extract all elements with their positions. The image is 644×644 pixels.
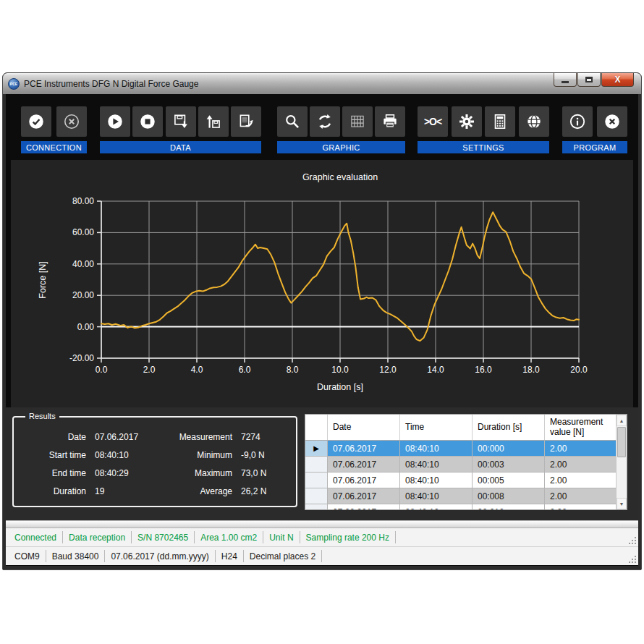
table-cell[interactable]: 08:40:10: [400, 473, 473, 488]
minimize-icon: [562, 81, 569, 83]
calculator-button[interactable]: [485, 106, 515, 137]
y-tick-label: -20.00: [69, 353, 94, 363]
result-label: Average: [153, 486, 232, 496]
result-row: Date07.06.2017: [17, 428, 153, 446]
group-label-connection: CONNECTION: [21, 141, 87, 153]
y-tick-label: 20.00: [72, 290, 94, 300]
save-floppy-icon: [171, 112, 190, 131]
table-cell[interactable]: 07.06.2017: [328, 488, 400, 504]
scroll-down-button[interactable]: ▼: [617, 498, 627, 509]
table-row[interactable]: 07.06.201708:40:1000:0032.00: [305, 457, 616, 473]
group-label-program: PROGRAM: [562, 141, 627, 153]
table-cell[interactable]: 08:40:10: [400, 457, 473, 473]
table-cell[interactable]: 2.00: [545, 441, 616, 457]
resize-grip[interactable]: [629, 537, 636, 544]
status-item: Sampling rate 200 Hz: [300, 531, 396, 543]
table-cell[interactable]: 2.00: [545, 504, 616, 510]
row-selector-cell[interactable]: [305, 457, 328, 473]
minimize-button[interactable]: [554, 73, 577, 87]
table-row[interactable]: 07.06.201708:40:1000:0102.00: [305, 504, 616, 510]
exit-button[interactable]: [597, 106, 627, 137]
result-row: Measurement7274: [153, 428, 289, 446]
status-bar-device: ConnectedData receptionS/N 8702465Area 1…: [6, 528, 638, 547]
settings-button[interactable]: [452, 106, 482, 137]
disconnect-button[interactable]: [56, 106, 87, 137]
table-cell[interactable]: 07.06.2017: [328, 473, 400, 488]
result-row: Start time08:40:10: [17, 446, 153, 464]
result-row: End time08:40:29: [17, 464, 153, 482]
table-cell[interactable]: 00:003: [473, 457, 545, 473]
grid-table-icon: [348, 112, 367, 131]
status-item: Data reception: [63, 531, 132, 543]
table-row[interactable]: 07.06.201708:40:1000:0082.00: [305, 488, 616, 504]
print-icon: [381, 112, 399, 131]
status-item: S/N 8702465: [132, 531, 195, 543]
header-time[interactable]: Time: [400, 415, 473, 440]
x-tick-label: 4.0: [191, 365, 203, 375]
table-cell[interactable]: 00:010: [473, 504, 545, 510]
close-button[interactable]: X: [601, 73, 634, 87]
table-cell[interactable]: 07.06.2017: [328, 457, 400, 473]
x-axis-label: Duration [s]: [317, 382, 363, 392]
load-data-button[interactable]: [198, 106, 229, 137]
zoom-graph-button[interactable]: [277, 106, 308, 137]
row-selector-cell[interactable]: ▶: [305, 441, 328, 457]
client-area: CONNECTION: [3, 94, 641, 569]
exit-x-icon: [603, 112, 622, 131]
table-cell[interactable]: 2.00: [545, 473, 616, 488]
disconnect-x-icon: [62, 112, 81, 131]
table-cell[interactable]: 00:000: [473, 441, 545, 457]
title-bar[interactable]: PCE PCE Instruments DFG N Digital Force …: [3, 73, 641, 95]
header-date[interactable]: Date: [328, 415, 400, 440]
result-row: Minimum-9,0 N: [153, 446, 289, 464]
status-item: Connected: [9, 531, 63, 543]
print-button[interactable]: [375, 106, 405, 137]
scroll-up-button[interactable]: ▲: [617, 415, 627, 426]
header-selector-cell: [305, 415, 328, 440]
table-cell[interactable]: 08:40:10: [400, 488, 473, 504]
table-row[interactable]: 07.06.201708:40:1000:0052.00: [305, 473, 616, 488]
measurement-table: Date Time Duration [s] Measurement value…: [305, 414, 627, 510]
table-cell[interactable]: 00:005: [473, 473, 545, 488]
connect-check-icon: [27, 112, 46, 131]
result-label: Measurement: [153, 432, 232, 442]
table-scrollbar[interactable]: ▲ ▼: [616, 415, 627, 509]
row-selector-cell[interactable]: [305, 504, 328, 510]
table-row[interactable]: ▶07.06.201708:40:1000:0002.00: [305, 441, 616, 457]
grid-view-button[interactable]: [342, 106, 373, 137]
table-cell[interactable]: 07.06.2017: [328, 441, 400, 457]
table-cell[interactable]: 2.00: [545, 457, 616, 473]
scroll-thumb[interactable]: [617, 427, 626, 457]
group-label-data: DATA: [100, 141, 261, 153]
status-item: H24: [216, 550, 244, 562]
result-label: Duration: [17, 486, 86, 496]
language-button[interactable]: [519, 106, 549, 137]
status-item: Decimal places 2: [244, 550, 322, 562]
table-cell[interactable]: 2.00: [545, 488, 616, 504]
row-selector-cell[interactable]: [305, 488, 328, 504]
refresh-graph-button[interactable]: [310, 106, 340, 137]
save-data-button[interactable]: [166, 106, 196, 137]
tare-contract-icon: >O<: [424, 116, 441, 127]
status-item: 07.06.2017 (dd.mm.yyyy): [105, 550, 215, 562]
resize-grip[interactable]: [629, 556, 636, 563]
tare-button[interactable]: >O<: [418, 106, 448, 137]
maximize-button[interactable]: [577, 73, 601, 87]
connect-button[interactable]: [21, 106, 51, 137]
table-cell[interactable]: 07.06.2017: [328, 504, 400, 510]
stop-measure-button[interactable]: [132, 106, 163, 137]
table-cell[interactable]: 08:40:10: [400, 504, 473, 510]
header-duration[interactable]: Duration [s]: [473, 415, 545, 440]
export-report-button[interactable]: [231, 106, 261, 137]
result-row: Average26,2 N: [153, 482, 289, 500]
results-title: Results: [25, 412, 59, 420]
results-right-column: Measurement7274Minimum-9,0 NMaximum73,0 …: [153, 428, 289, 500]
x-tick-label: 10.0: [331, 365, 349, 375]
table-cell[interactable]: 00:008: [473, 488, 545, 504]
info-button[interactable]: [562, 106, 593, 137]
start-measure-button[interactable]: [100, 106, 130, 137]
header-measurement-value[interactable]: Measurement value [N]: [545, 415, 616, 440]
result-value: 19: [95, 486, 153, 496]
row-selector-cell[interactable]: [305, 473, 328, 488]
table-cell[interactable]: 08:40:10: [400, 441, 473, 457]
